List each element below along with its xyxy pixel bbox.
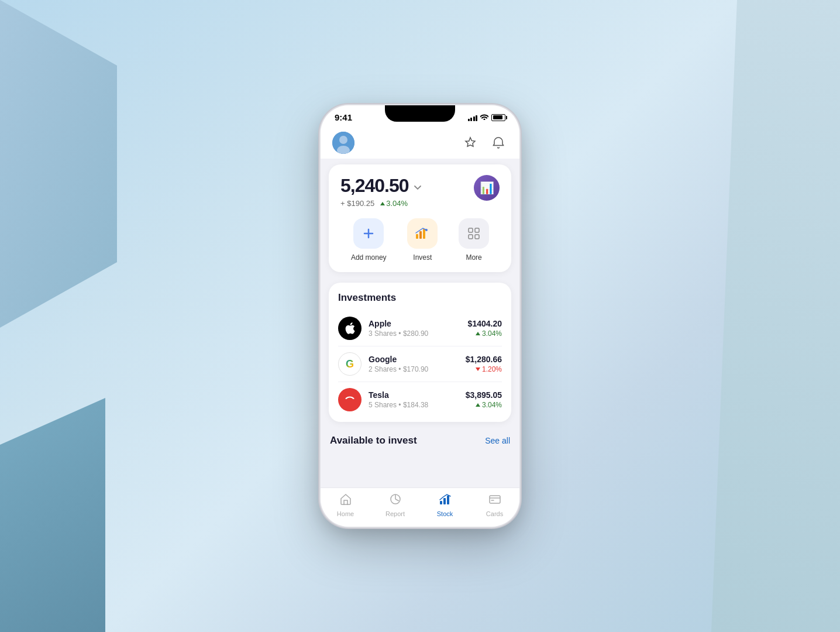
cards-nav-label: Cards — [486, 510, 503, 517]
balance-percent-change: 3.04% — [380, 199, 408, 208]
svg-rect-12 — [475, 235, 479, 239]
svg-rect-10 — [475, 228, 479, 232]
google-info: Google 2 Shares • $170.90 — [369, 355, 466, 373]
stock-nav-label: Stock — [437, 510, 453, 517]
bell-icon[interactable] — [489, 133, 508, 152]
apple-values: $1404.20 3.04% — [468, 319, 502, 338]
investments-section: Investments Apple 3 Shares • $280.90 $ — [329, 283, 511, 422]
invest-icon-circle — [407, 218, 438, 249]
tesla-value: $3,895.05 — [466, 390, 502, 400]
balance-amount-row: 5,240.50 — [340, 175, 422, 197]
battery-icon — [491, 114, 505, 121]
tesla-logo — [338, 388, 362, 411]
balance-dollar-change: + $190.25 — [340, 199, 374, 208]
available-header: Available to invest See all — [329, 431, 511, 450]
bottom-nav: Home Report Stock — [321, 487, 519, 527]
svg-rect-6 — [419, 231, 422, 239]
phone-frame: 9:41 — [321, 105, 519, 527]
balance-change: + $190.25 3.04% — [340, 199, 422, 208]
home-icon — [339, 493, 352, 509]
nav-item-cards[interactable]: Cards — [470, 493, 519, 517]
tesla-name: Tesla — [369, 390, 466, 400]
investments-title: Investments — [338, 292, 502, 304]
cards-icon — [488, 493, 501, 509]
chevron-down-icon[interactable] — [414, 183, 422, 193]
portfolio-icon[interactable]: 📊 — [474, 175, 500, 201]
signal-icon — [468, 114, 478, 121]
svg-point-1 — [339, 136, 347, 144]
nav-item-report[interactable]: Report — [370, 493, 420, 517]
status-time: 9:41 — [335, 112, 352, 122]
balance-top: 5,240.50 + $190.25 3.04% 📊 — [340, 175, 500, 208]
bg-decoration-left-bottom — [0, 398, 105, 632]
apple-value: $1404.20 — [468, 319, 502, 328]
invest-button[interactable]: Invest — [407, 218, 438, 262]
report-nav-label: Report — [385, 510, 405, 517]
apple-info: Apple 3 Shares • $280.90 — [369, 319, 468, 338]
app-content: 5,240.50 + $190.25 3.04% 📊 — [321, 125, 519, 487]
wifi-icon — [480, 114, 488, 121]
google-change: 1.20% — [466, 365, 502, 373]
up-arrow-icon — [476, 403, 480, 407]
nav-item-home[interactable]: Home — [321, 493, 370, 517]
status-icons — [468, 114, 506, 121]
tesla-detail: 5 Shares • $184.38 — [369, 401, 466, 409]
svg-rect-9 — [469, 228, 473, 232]
see-all-link[interactable]: See all — [485, 436, 510, 445]
more-button[interactable]: More — [459, 218, 489, 262]
available-title: Available to invest — [330, 435, 417, 446]
tesla-change: 3.04% — [466, 401, 502, 409]
svg-rect-17 — [490, 496, 500, 503]
up-arrow-icon — [380, 202, 385, 205]
svg-point-8 — [425, 229, 428, 231]
stock-icon — [439, 493, 452, 509]
tesla-values: $3,895.05 3.04% — [466, 390, 502, 409]
table-row[interactable]: Apple 3 Shares • $280.90 $1404.20 3.04% — [338, 311, 502, 346]
svg-rect-11 — [469, 235, 473, 239]
svg-rect-14 — [440, 501, 442, 504]
svg-rect-7 — [423, 229, 425, 239]
header-actions — [461, 133, 508, 152]
phone-notch — [385, 105, 455, 122]
table-row[interactable]: G Google 2 Shares • $170.90 $1,280.66 1.… — [338, 346, 502, 382]
google-name: Google — [369, 355, 466, 364]
avatar[interactable] — [332, 132, 354, 154]
star-icon[interactable] — [461, 133, 480, 152]
google-g-letter: G — [346, 358, 354, 370]
table-row[interactable]: Tesla 5 Shares • $184.38 $3,895.05 3.04% — [338, 382, 502, 417]
bg-decoration-left — [0, 0, 117, 328]
apple-logo — [338, 317, 362, 340]
svg-rect-15 — [443, 498, 446, 504]
up-arrow-icon — [476, 332, 480, 335]
apple-detail: 3 Shares • $280.90 — [369, 329, 468, 338]
google-values: $1,280.66 1.20% — [466, 355, 502, 373]
balance-card: 5,240.50 + $190.25 3.04% 📊 — [329, 164, 511, 272]
more-icon-circle — [459, 218, 489, 249]
invest-label: Invest — [413, 253, 432, 262]
more-label: More — [466, 253, 481, 262]
bg-decoration-right — [711, 0, 840, 632]
apple-name: Apple — [369, 319, 468, 328]
add-money-label: Add money — [351, 253, 387, 262]
available-section: Available to invest See all — [329, 431, 511, 450]
apple-change: 3.04% — [468, 329, 502, 338]
down-arrow-icon — [476, 367, 480, 371]
tesla-info: Tesla 5 Shares • $184.38 — [369, 390, 466, 409]
balance-amount: 5,240.50 — [340, 175, 409, 197]
add-money-button[interactable]: Add money — [351, 218, 387, 262]
action-buttons: Add money Invest — [340, 218, 500, 262]
svg-rect-16 — [447, 496, 449, 504]
app-header — [321, 125, 519, 159]
nav-item-stock[interactable]: Stock — [420, 493, 470, 517]
report-icon — [389, 493, 402, 509]
google-detail: 2 Shares • $170.90 — [369, 365, 466, 373]
home-nav-label: Home — [337, 510, 354, 517]
svg-rect-5 — [416, 234, 418, 239]
add-money-icon-circle — [353, 218, 384, 249]
google-logo: G — [338, 352, 362, 376]
google-value: $1,280.66 — [466, 355, 502, 364]
